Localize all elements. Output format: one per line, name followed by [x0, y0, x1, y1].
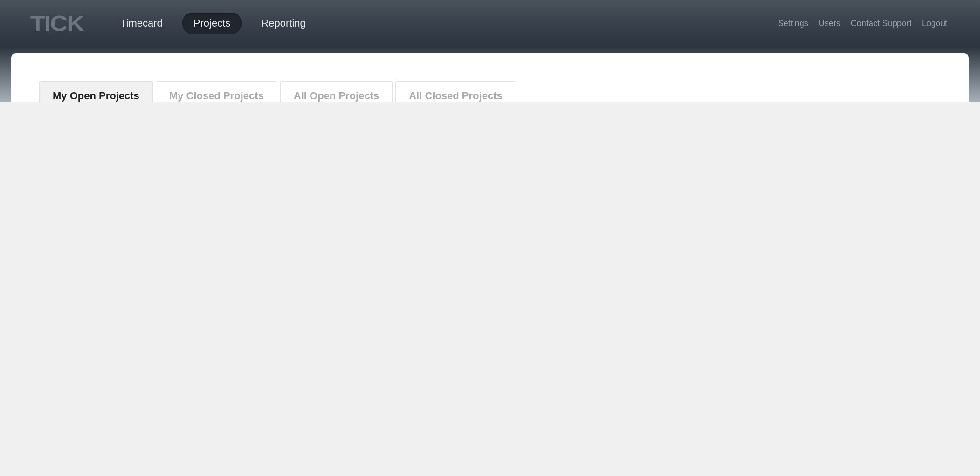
header-gradient: My Open Projects My Closed Projects All … [0, 47, 980, 102]
topbar: TICK Timecard Projects Reporting Setting… [0, 0, 980, 47]
nav-logout[interactable]: Logout [922, 19, 947, 28]
tab-my-open-projects[interactable]: My Open Projects [39, 81, 153, 102]
nav-timecard[interactable]: Timecard [109, 13, 174, 34]
page-card: My Open Projects My Closed Projects All … [11, 53, 969, 102]
nav-contact-support[interactable]: Contact Support [851, 19, 911, 28]
brand-logo: TICK [30, 11, 83, 36]
tab-all-closed-projects[interactable]: All Closed Projects [395, 81, 516, 102]
project-tabs: My Open Projects My Closed Projects All … [39, 81, 941, 102]
tab-my-closed-projects[interactable]: My Closed Projects [156, 81, 277, 102]
main-nav: Timecard Projects Reporting [109, 13, 778, 34]
nav-settings[interactable]: Settings [778, 19, 808, 28]
nav-users[interactable]: Users [819, 19, 841, 28]
nav-reporting[interactable]: Reporting [250, 13, 317, 34]
utility-nav: Settings Users Contact Support Logout [778, 19, 947, 28]
tab-all-open-projects[interactable]: All Open Projects [280, 81, 393, 102]
nav-projects[interactable]: Projects [182, 13, 242, 34]
